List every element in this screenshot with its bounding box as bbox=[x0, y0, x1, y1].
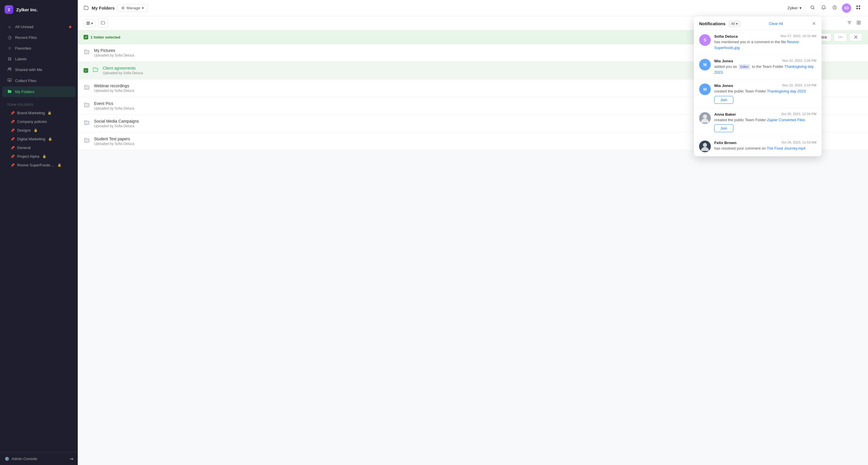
sidebar-item-general[interactable]: 📌 General bbox=[2, 143, 75, 152]
list-view-button[interactable]: ▾ bbox=[84, 20, 95, 27]
apps-icon[interactable] bbox=[855, 4, 862, 12]
pin-icon: 📌 bbox=[10, 111, 15, 115]
notif-text: has mentioned you in a comment in the fi… bbox=[714, 39, 816, 51]
svg-rect-9 bbox=[87, 23, 90, 24]
close-notifications-button[interactable]: ✕ bbox=[811, 20, 816, 27]
pin-icon: 📌 bbox=[10, 120, 15, 124]
notif-link[interactable]: Zapier Converted Files bbox=[767, 118, 805, 122]
folder-icon bbox=[84, 137, 90, 145]
notif-link[interactable]: The Food Journey.mp4 bbox=[767, 146, 805, 151]
notification-item: Felix Brown Oct 26, 2023, 11:53 AM has r… bbox=[694, 137, 822, 156]
notifications-filter[interactable]: All ▾ bbox=[728, 21, 740, 27]
notif-body: Felix Brown Oct 26, 2023, 11:53 AM has r… bbox=[714, 141, 816, 152]
pin-icon: 📌 bbox=[10, 137, 15, 141]
avatar[interactable]: SD bbox=[842, 3, 851, 13]
app-icon: Z bbox=[5, 5, 13, 14]
notif-title-row: Notifications All ▾ bbox=[699, 21, 740, 27]
team-item-label: Project Alpha bbox=[17, 154, 39, 159]
admin-console[interactable]: ⚙️ Admin Console bbox=[5, 457, 37, 461]
shared-icon bbox=[7, 67, 12, 72]
notification-item: M Mia Jones Nov 22, 2023, 2:19 PM create… bbox=[694, 79, 822, 108]
more-actions-button[interactable] bbox=[834, 33, 847, 41]
sidebar-item-digital-marketing[interactable]: 📌 Digital Marketing 🔒 bbox=[2, 135, 75, 143]
svg-rect-13 bbox=[857, 23, 859, 24]
sidebar-item-label: My Folders bbox=[15, 90, 34, 94]
svg-rect-6 bbox=[857, 8, 858, 9]
sidebar-item-shared-with-me[interactable]: Shared with Me bbox=[2, 64, 75, 75]
team-item-label: Company policies bbox=[17, 120, 47, 124]
sidebar-item-recent-files[interactable]: ◷ Recent Files bbox=[2, 32, 75, 43]
avatar: S bbox=[699, 34, 711, 46]
svg-rect-7 bbox=[859, 8, 860, 9]
notif-link[interactable]: Thanksgiving day 2023 bbox=[714, 64, 814, 74]
sidebar-item-label: All Unread bbox=[15, 25, 33, 29]
notification-item: Anna Baker Oct 30, 2023, 12:34 PM create… bbox=[694, 108, 822, 137]
view-toggle: ▾ bbox=[84, 20, 96, 27]
manage-button[interactable]: ⚙ Manage ▾ bbox=[118, 4, 148, 12]
clear-all-button[interactable]: Clear All bbox=[769, 22, 783, 26]
sidebar-nav: ○ All Unread ◷ Recent Files ☆ Favorites … bbox=[0, 19, 78, 452]
avatar: M bbox=[699, 59, 711, 70]
user-dropdown[interactable]: Zylker ▾ bbox=[788, 6, 802, 10]
divider bbox=[805, 5, 805, 11]
sidebar-item-designs[interactable]: 📌 Designs 🔒 bbox=[2, 126, 75, 134]
sidebar-item-brand-marketing[interactable]: 📌 Brand Marketing 🔒 bbox=[2, 109, 75, 117]
close-selected-button[interactable] bbox=[849, 33, 862, 41]
notifications-title: Notifications bbox=[699, 21, 725, 26]
lock-icon: 🔒 bbox=[48, 111, 52, 115]
notif-text: created the public Team Folder Zapier Co… bbox=[714, 117, 816, 123]
join-button[interactable]: Join bbox=[714, 124, 734, 132]
pin-icon: 📌 bbox=[10, 128, 15, 132]
layout-icon[interactable] bbox=[855, 19, 862, 27]
notif-top: Felix Brown Oct 26, 2023, 11:53 AM bbox=[714, 141, 816, 145]
folder-icon bbox=[92, 66, 99, 74]
team-item-label: General bbox=[17, 145, 30, 150]
notif-time: Oct 30, 2023, 12:34 PM bbox=[781, 112, 816, 116]
notifications-header: Notifications All ▾ Clear All ✕ bbox=[694, 16, 822, 30]
sidebar-item-favorites[interactable]: ☆ Favorites bbox=[2, 43, 75, 53]
svg-point-20 bbox=[842, 37, 842, 37]
notifications-panel: Notifications All ▾ Clear All ✕ S Sofia … bbox=[694, 16, 822, 156]
notification-item: M Mia Jones Nov 22, 2023, 2:26 PM added … bbox=[694, 55, 822, 79]
sidebar-item-project-alpha[interactable]: 📌 Project Alpha 🔒 bbox=[2, 152, 75, 161]
notif-time: Nov 22, 2023, 2:19 PM bbox=[782, 84, 816, 87]
exit-icon[interactable]: ⇥ bbox=[69, 456, 73, 462]
svg-point-1 bbox=[10, 68, 11, 69]
notif-name: Felix Brown bbox=[714, 141, 737, 145]
filter-icon[interactable] bbox=[846, 19, 853, 27]
notif-text: created the public Team Folder Thanksgiv… bbox=[714, 89, 816, 94]
notif-time: Nov 22, 2023, 2:26 PM bbox=[782, 59, 816, 62]
sidebar-item-collect-files[interactable]: Collect Files bbox=[2, 75, 75, 86]
topbar: My Folders ⚙ Manage ▾ Zylker ▾ bbox=[78, 0, 868, 16]
sidebar-item-company-policies[interactable]: 📌 Company policies bbox=[2, 118, 75, 126]
svg-point-24 bbox=[703, 143, 707, 147]
notif-link[interactable]: Revive-Superfoods.jpg bbox=[714, 40, 800, 50]
pin-icon: 📌 bbox=[10, 155, 15, 159]
topbar-left: My Folders ⚙ Manage ▾ bbox=[84, 4, 148, 12]
sidebar-item-revive-superfoods[interactable]: 📌 Revive SuperFoods ... 🔒 bbox=[2, 161, 75, 169]
avatar bbox=[699, 141, 711, 152]
team-folders-label: Team Folders bbox=[0, 101, 78, 107]
notif-name: Mia Jones bbox=[714, 59, 733, 63]
notif-name: Sofia Deluca bbox=[714, 34, 738, 39]
recent-icon: ◷ bbox=[7, 35, 12, 40]
new-folder-button[interactable] bbox=[98, 19, 108, 28]
collect-icon bbox=[7, 78, 12, 84]
svg-point-0 bbox=[8, 68, 10, 69]
search-icon[interactable] bbox=[809, 4, 816, 12]
team-item-label: Brand Marketing bbox=[17, 111, 45, 115]
sidebar-item-my-folders[interactable]: My Folders bbox=[2, 87, 75, 97]
send-icon[interactable] bbox=[831, 4, 838, 12]
sidebar-item-label: Recent Files bbox=[15, 35, 37, 40]
sidebar-item-all-unread[interactable]: ○ All Unread bbox=[2, 22, 75, 32]
join-button[interactable]: Join bbox=[714, 96, 734, 104]
notif-link[interactable]: Thanksgiving day 2023 bbox=[767, 89, 806, 93]
avatar: M bbox=[699, 84, 711, 95]
folder-icon bbox=[84, 120, 90, 128]
notif-top: Mia Jones Nov 22, 2023, 2:26 PM bbox=[714, 59, 816, 63]
notif-body: Mia Jones Nov 22, 2023, 2:26 PM added yo… bbox=[714, 59, 816, 75]
sidebar-item-label: Collect Files bbox=[15, 78, 36, 83]
notif-body: Anna Baker Oct 30, 2023, 12:34 PM create… bbox=[714, 112, 816, 132]
sidebar-item-labels[interactable]: ⊟ Labels bbox=[2, 54, 75, 64]
notification-icon-small[interactable] bbox=[820, 4, 827, 12]
